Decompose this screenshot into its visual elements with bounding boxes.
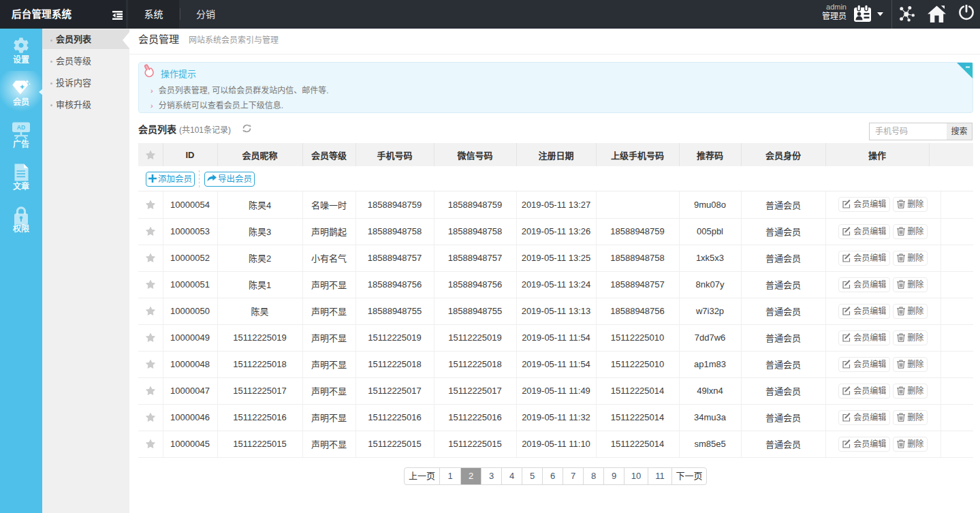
svg-text:AD: AD	[17, 124, 25, 131]
